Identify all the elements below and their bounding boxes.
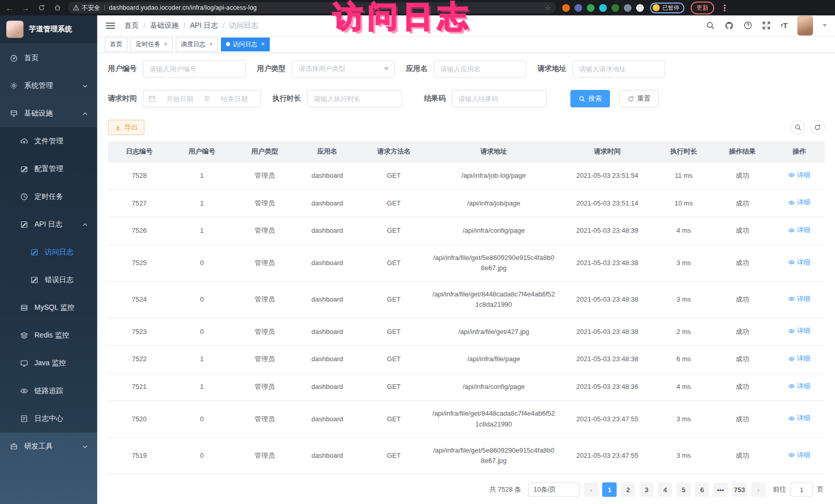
browser-back-icon[interactable]: ← [5, 4, 14, 12]
sidebar-item-配置管理[interactable]: 配置管理 [0, 155, 97, 183]
browser-home-icon[interactable] [53, 4, 62, 12]
breadcrumb-home[interactable]: 首页 [124, 21, 139, 30]
sidebar-item-研发工具[interactable]: 研发工具 [0, 433, 97, 460]
sidebar-item-api-日志[interactable]: API 日志 [0, 211, 97, 238]
detail-link[interactable]: 详细 [788, 450, 810, 460]
user-avatar[interactable] [797, 16, 813, 35]
extension-icon[interactable] [562, 4, 570, 12]
browser-reload-icon[interactable] [37, 4, 46, 12]
page-button-6[interactable]: 6 [695, 482, 709, 497]
next-page-button[interactable]: › [751, 482, 766, 497]
extension-icon[interactable] [636, 4, 644, 12]
search-icon[interactable] [706, 21, 715, 30]
sidebar-item-基础设施[interactable]: 基础设施 [0, 100, 97, 127]
detail-link[interactable]: 详细 [788, 257, 810, 268]
user-id-input[interactable] [143, 60, 246, 78]
detail-link[interactable]: 详细 [788, 225, 810, 235]
detail-link[interactable]: 详细 [788, 170, 810, 180]
avatar-caret-icon[interactable] [823, 24, 827, 27]
search-button[interactable]: 搜索 [570, 90, 610, 107]
hamburger-icon[interactable] [106, 23, 115, 29]
app-title: 芋道管理系统 [29, 25, 72, 34]
browser-forward-icon[interactable]: → [21, 4, 30, 12]
detail-link[interactable]: 详细 [788, 353, 810, 364]
goto-page-input[interactable] [790, 482, 813, 497]
cell-app: dashboard [296, 346, 359, 374]
breadcrumb-api-log[interactable]: API 日志 [190, 21, 218, 30]
breadcrumb-infra[interactable]: 基础设施 [150, 21, 179, 30]
close-icon[interactable]: × [261, 41, 265, 48]
sidebar-item-redis-监控[interactable]: Redis 监控 [0, 322, 97, 349]
tab-首页[interactable]: 首页 [105, 38, 127, 51]
sidebar-item-链路追踪[interactable]: 链路追踪 [0, 377, 97, 405]
app-name-input[interactable] [434, 60, 526, 78]
end-date-input[interactable] [213, 95, 255, 103]
page-button-5[interactable]: 5 [676, 482, 691, 497]
cell-app: dashboard [296, 245, 359, 281]
start-date-input[interactable] [159, 95, 201, 103]
extension-icon[interactable] [599, 4, 607, 12]
sidebar-item-访问日志[interactable]: 访问日志 [0, 238, 97, 266]
eye-icon [788, 295, 795, 302]
reset-button[interactable]: 重置 [619, 90, 659, 107]
detail-link-label: 详细 [797, 353, 810, 364]
extension-icon[interactable] [611, 4, 619, 12]
update-button[interactable]: 更新 [691, 2, 714, 14]
pagination-total: 共 7528 条 [489, 485, 521, 494]
sidebar-item-定时任务[interactable]: 定时任务 [0, 183, 97, 211]
address-bar[interactable]: 不安全 dashboard.yudao.iocoder.cn/infra/log… [68, 2, 556, 13]
sidebar-item-文件管理[interactable]: 文件管理 [0, 127, 97, 155]
result-code-input[interactable] [452, 90, 547, 107]
help-icon[interactable] [744, 21, 752, 30]
request-time-range[interactable]: 至 [143, 90, 261, 107]
cell-user-type: 管理员 [233, 282, 296, 318]
detail-link[interactable]: 详细 [788, 197, 810, 208]
page-button-753[interactable]: 753 [732, 482, 747, 497]
extension-icon[interactable] [624, 4, 632, 12]
bookmark-star-icon[interactable]: ☆ [545, 4, 551, 12]
tab-访问日志[interactable]: 访问日志× [221, 38, 270, 51]
close-icon[interactable]: × [164, 41, 168, 48]
toggle-search-button[interactable] [791, 120, 805, 135]
github-icon[interactable] [725, 21, 734, 30]
sidebar-item-首页[interactable]: 首页 [0, 44, 97, 72]
pagination-ellipsis[interactable]: ••• [713, 482, 728, 497]
detail-link[interactable]: 详细 [788, 381, 810, 391]
extension-icon[interactable] [574, 4, 582, 12]
page-size-select[interactable]: 10条/页 [528, 482, 580, 497]
sidebar-item-java-监控[interactable]: Java 监控 [0, 349, 97, 377]
sidebar-item-mysql-监控[interactable]: MySQL 监控 [0, 294, 97, 322]
detail-link[interactable]: 详细 [788, 294, 810, 304]
browser-menu-icon[interactable]: ⋮ [720, 3, 729, 13]
font-size-icon[interactable]: тT [781, 21, 788, 30]
paused-badge[interactable]: 已暂停 [650, 3, 684, 13]
sidebar-item-系统管理[interactable]: 系统管理 [0, 72, 97, 100]
sidebar-item-日志中心[interactable]: 日志中心 [0, 405, 97, 433]
page-button-2[interactable]: 2 [621, 482, 635, 497]
eye-icon [788, 356, 795, 362]
cell-actions: 详细 [774, 245, 825, 281]
eye-icon [788, 328, 795, 334]
duration-input[interactable] [307, 90, 402, 107]
detail-link[interactable]: 详细 [788, 326, 810, 336]
request-url-input[interactable] [572, 60, 665, 78]
export-button[interactable]: 导出 [108, 120, 144, 135]
refresh-table-button[interactable] [810, 120, 825, 135]
detail-link[interactable]: 详细 [788, 413, 810, 423]
fullscreen-icon[interactable] [762, 21, 771, 30]
sidebar-item-label: 访问日志 [45, 248, 73, 257]
close-icon[interactable]: × [209, 41, 213, 48]
extension-icon[interactable] [587, 4, 595, 12]
user-type-select[interactable]: 请选择用户类型 [292, 60, 395, 78]
page-button-4[interactable]: 4 [658, 482, 672, 497]
page-button-1[interactable]: 1 [602, 482, 617, 497]
table-row: 75281管理员dashboardGET/api/infra/job-log/p… [108, 162, 825, 190]
sidebar-item-错误日志[interactable]: 错误日志 [0, 266, 97, 294]
page-button-3[interactable]: 3 [639, 482, 654, 497]
prev-page-button[interactable]: ‹ [584, 482, 598, 497]
tab-定时任务[interactable]: 定时任务× [131, 38, 173, 51]
security-indicator[interactable]: 不安全 [73, 4, 100, 12]
cell-actions: 详细 [774, 162, 825, 190]
app-logo[interactable]: 芋道管理系统 [0, 15, 97, 43]
tab-调度日志[interactable]: 调度日志× [176, 38, 218, 51]
